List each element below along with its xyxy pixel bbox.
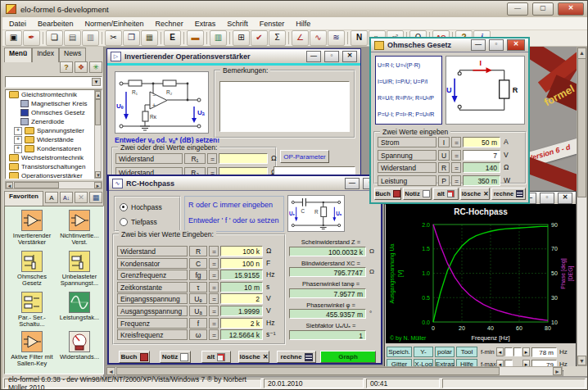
menu-normen[interactable]: Normen/Einheiten [85, 20, 144, 28]
ohm-minimize-button[interactable]: — [471, 39, 486, 51]
value-field[interactable]: 50 m [463, 137, 500, 147]
ohm-buch-button[interactable]: Buch [374, 188, 401, 200]
rc-minimize-button[interactable]: — [345, 178, 360, 189]
filter-icon[interactable]: ≋ [328, 30, 345, 46]
opamp-close-button[interactable]: ✕ [342, 51, 357, 62]
remarks-field[interactable] [219, 81, 350, 132]
tree-vscrollbar[interactable]: ▲▼ [94, 90, 102, 179]
angle-icon[interactable]: ∠ [292, 30, 309, 46]
menu-extras[interactable]: Extras [195, 20, 216, 28]
tree-item-spannungsteiler[interactable]: +Spannungsteiler [6, 126, 102, 135]
menu-fenster[interactable]: Fenster [260, 20, 285, 28]
f-min-right-arrow-icon[interactable]: ► [522, 347, 530, 356]
tree-item-zenerdiode[interactable]: Zenerdiode [6, 117, 102, 126]
favorites-delete-icon[interactable]: ✕ [75, 192, 88, 203]
favorite-widerstandsmessung[interactable]: Widerstands... [57, 331, 102, 361]
print-icon[interactable]: ▤ [64, 30, 81, 46]
radio-hochpass[interactable]: Hochpass [120, 203, 179, 211]
sidebar-help-icon[interactable]: ? [60, 61, 73, 73]
rc-buch-button[interactable]: Buch [119, 351, 150, 363]
tab-news[interactable]: News [59, 48, 86, 62]
tree-hscrollbar[interactable]: ◄ ► [5, 181, 102, 189]
menu-rechner[interactable]: Rechner [156, 20, 183, 28]
favorites-sort-icon[interactable]: A↓ [60, 192, 73, 203]
calculator-icon[interactable]: ⊞ [233, 30, 250, 46]
favorites-font-icon[interactable]: A [45, 192, 58, 203]
value-field[interactable]: 2 k [220, 318, 263, 329]
rc-notiz-button[interactable]: Notiz [160, 351, 191, 363]
opamp-maximize-button[interactable]: ▫ [324, 51, 339, 62]
expand-icon[interactable]: + [14, 127, 22, 135]
paste-special-icon[interactable]: ▣ [5, 30, 22, 46]
menu-hilfe[interactable]: Hilfe [296, 20, 310, 28]
tree-item-ohmsches-gesetz[interactable]: Ohmsches Gesetz [6, 108, 102, 117]
tree-item-widerstaende[interactable]: +Widerstände [6, 135, 102, 144]
plot-check-icon[interactable]: ✔ [251, 30, 268, 46]
cut-icon[interactable]: ✂ [105, 30, 122, 46]
mdi-hscrollbar[interactable]: ◄ ► [106, 366, 563, 376]
units-e-icon[interactable]: E [164, 30, 181, 46]
tree-item-operationsverstaerker[interactable]: Operationsverstärker [6, 171, 102, 179]
ohm-notiz-button[interactable]: Notiz [403, 188, 432, 200]
ohm-restore-button[interactable]: ▫ [489, 39, 504, 51]
copy-icon[interactable]: ❐ [123, 30, 140, 46]
resistor-code-icon[interactable]: ▬ [187, 30, 204, 46]
tree-item-wechselstromtechnik[interactable]: Wechselstromtechnik [6, 153, 102, 162]
minimize-button[interactable]: — [507, 2, 528, 16]
f-min-value[interactable]: 78 m [531, 347, 557, 357]
window-titlebar[interactable]: elo-formel 6-development — ▢ ✕ [1, 1, 588, 17]
favorite-unbelasteter-spannungsteiler[interactable]: Unbelasteter Spannungst... [57, 251, 102, 287]
expand-icon[interactable]: + [14, 136, 22, 144]
menu-datei[interactable]: Datei [9, 20, 26, 28]
mdi-vscrollbar[interactable]: ▲ ▼ [577, 47, 587, 366]
opamp-minimize-button[interactable]: — [306, 51, 321, 62]
r1-input[interactable] [219, 153, 268, 164]
value-field[interactable]: 100 k [220, 246, 263, 256]
expand-icon[interactable]: + [14, 145, 22, 153]
ohm-rechne-button[interactable]: rechne [491, 188, 526, 200]
graph-speich-button[interactable]: Speich. [387, 347, 412, 357]
maximize-button[interactable]: ▢ [532, 2, 554, 16]
f-min-slider[interactable] [504, 347, 513, 356]
ohm-close-button[interactable]: ✕ [507, 39, 525, 51]
favorites-view-icon[interactable]: ▦ [89, 192, 102, 203]
tree-item-magnetischer-kreis[interactable]: Magnetischer Kreis [6, 99, 102, 108]
tab-favoriten[interactable]: Favoriten [4, 191, 43, 206]
ohm-loesche-button[interactable]: lösche✕ [460, 188, 490, 200]
rc-rechne-button[interactable]: rechne [277, 351, 316, 363]
sidebar-favorite-add-icon[interactable]: ✳ [89, 61, 102, 73]
print-preview-icon[interactable]: ▥ [82, 30, 99, 46]
ohm-alt-button[interactable]: alt [433, 188, 459, 200]
rc-window-titlebar[interactable]: ∿ RC-Hochpass — ▫ [109, 176, 381, 191]
op-parameter-button[interactable]: OP-Parameter [280, 150, 329, 163]
menu-bearbeiten[interactable]: Bearbeiten [38, 20, 74, 28]
normal-font-icon[interactable]: N [351, 30, 368, 46]
value-field[interactable]: 100 n [220, 258, 263, 269]
graph-ylog-button[interactable]: Y-Log. [414, 347, 433, 357]
tree-item-kondensatoren[interactable]: +Kondensatoren [6, 144, 102, 153]
tree-item-gleichstromtechnik[interactable]: Gleichstromtechnik [6, 90, 102, 99]
ohm-window-titlebar[interactable]: Ohmsches Gesetz — ▫ ✕ [371, 39, 528, 52]
sidebar-search-combo[interactable]: ▼ [5, 76, 102, 88]
tree-item-transistorschaltungen[interactable]: Transistorschaltungen [6, 162, 102, 171]
format-ink-icon[interactable]: ✒ [23, 30, 40, 46]
sidebar-book-icon[interactable]: ❖ [75, 61, 88, 73]
value-field[interactable]: 2 [220, 293, 263, 304]
tab-menu[interactable]: Menü [4, 48, 32, 62]
value-field[interactable]: 7 [463, 150, 500, 161]
opamp-window-titlebar[interactable]: ▷ Invertierender Operationsverstärker — … [107, 49, 360, 64]
f-min-slider2[interactable] [513, 347, 522, 356]
rc-alt-button[interactable]: alt [201, 351, 231, 363]
f-min-left-arrow-icon[interactable]: ◄ [496, 347, 504, 356]
favorite-leistungsfaktor[interactable]: Leistungsfak... [57, 292, 102, 321]
menu-schrift[interactable]: Schrift [227, 20, 248, 28]
combo-dropdown-icon[interactable]: ▼ [92, 78, 101, 86]
paste-icon[interactable]: ▦ [141, 30, 158, 46]
new-document-icon[interactable]: ❏ [46, 30, 63, 46]
graph-polar-button[interactable]: polar [435, 347, 455, 357]
sine-icon[interactable]: ∿ [310, 30, 327, 46]
tab-index[interactable]: Index [32, 48, 59, 62]
graph-tool-button[interactable]: Tool [456, 347, 477, 357]
color-bar-icon[interactable]: ▥ [210, 30, 227, 46]
radio-tiefpass[interactable]: Tiefpass [120, 218, 179, 226]
